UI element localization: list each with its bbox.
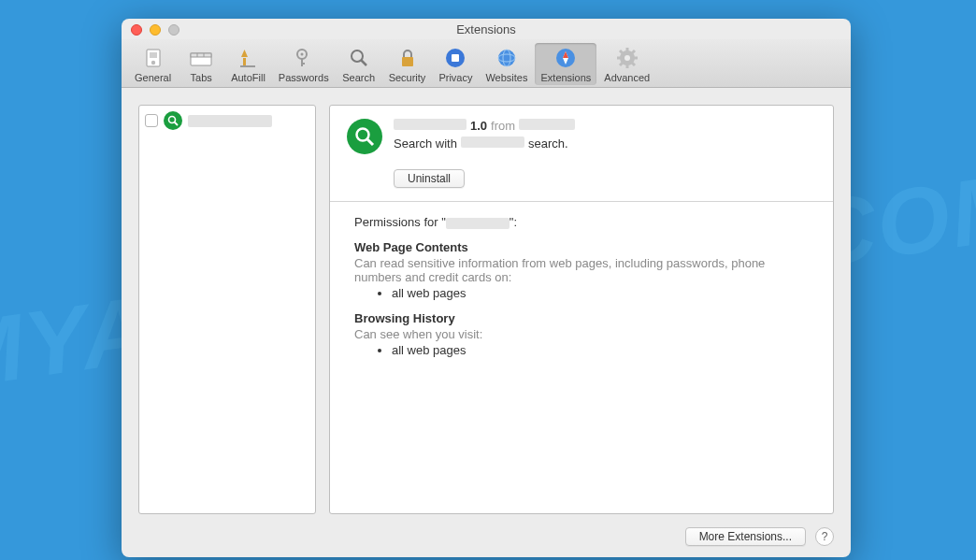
description-redacted — [461, 136, 524, 148]
svg-line-36 — [175, 122, 179, 126]
extension-title-row: 1.0 from — [394, 119, 816, 133]
perm-section-list: all web pages — [392, 286, 809, 300]
tabs-icon — [188, 45, 214, 71]
preferences-window: Extensions General Tabs AutoFill Passwor… — [122, 19, 851, 557]
svg-rect-13 — [301, 63, 305, 65]
extension-header: 1.0 from Search with search. Uninstall — [330, 106, 833, 201]
perm-item: all web pages — [392, 343, 809, 357]
extension-detail-panel: 1.0 from Search with search. Uninstall — [329, 105, 834, 514]
tab-autofill[interactable]: AutoFill — [225, 43, 271, 85]
footer: More Extensions... ? — [122, 520, 851, 557]
svg-rect-12 — [301, 58, 303, 66]
svg-rect-16 — [402, 57, 413, 66]
svg-point-37 — [357, 129, 369, 141]
perm-section-title: Web Page Contents — [354, 240, 809, 254]
extension-icon-large — [347, 119, 382, 154]
svg-point-2 — [151, 61, 154, 65]
tab-tabs[interactable]: Tabs — [179, 43, 223, 85]
content-area: 1.0 from Search with search. Uninstall — [122, 88, 851, 520]
autofill-icon — [235, 45, 261, 71]
tab-label: Advanced — [604, 72, 650, 83]
general-icon — [140, 45, 166, 71]
extension-name-redacted — [394, 119, 466, 130]
tab-label: Search — [342, 72, 375, 83]
compass-icon — [553, 45, 579, 71]
extension-list-item[interactable] — [145, 111, 309, 130]
perm-section-desc: Can read sensitive information from web … — [354, 256, 809, 284]
globe-icon — [494, 45, 520, 71]
svg-point-19 — [498, 50, 515, 66]
perm-item: all web pages — [392, 286, 809, 300]
help-button[interactable]: ? — [815, 527, 834, 546]
tab-label: Privacy — [438, 72, 472, 83]
svg-point-26 — [624, 55, 630, 61]
search-icon — [346, 45, 372, 71]
permissions-section: Permissions for "": Web Page Contents Ca… — [330, 202, 833, 370]
tab-passwords[interactable]: Passwords — [273, 43, 335, 85]
svg-rect-18 — [452, 54, 459, 62]
tab-advanced[interactable]: Advanced — [598, 43, 655, 85]
tab-label: Passwords — [279, 72, 329, 83]
svg-point-11 — [300, 53, 303, 56]
preferences-toolbar: General Tabs AutoFill Passwords Search — [122, 39, 851, 88]
svg-rect-4 — [191, 53, 211, 57]
svg-line-38 — [367, 139, 373, 145]
lock-icon — [395, 45, 421, 71]
svg-line-15 — [361, 60, 366, 65]
svg-line-33 — [620, 63, 623, 65]
tab-label: Security — [389, 72, 426, 83]
titlebar: Extensions — [122, 19, 851, 39]
extension-name-redacted — [188, 115, 272, 127]
perm-section-list: all web pages — [392, 343, 809, 357]
svg-marker-8 — [241, 50, 248, 57]
extension-enable-checkbox[interactable] — [145, 114, 158, 127]
tab-label: General — [135, 72, 171, 83]
tab-privacy[interactable]: Privacy — [433, 43, 478, 85]
tab-search[interactable]: Search — [337, 43, 381, 85]
svg-point-35 — [169, 117, 176, 123]
svg-rect-9 — [240, 65, 255, 67]
tab-label: Tabs — [191, 72, 212, 83]
key-icon — [291, 45, 317, 71]
uninstall-button[interactable]: Uninstall — [394, 169, 465, 188]
tab-label: Websites — [485, 72, 527, 83]
extension-icon — [164, 111, 182, 130]
from-label: from — [491, 119, 515, 133]
tab-label: Extensions — [540, 72, 591, 83]
perm-section-desc: Can see when you visit: — [354, 327, 809, 341]
privacy-icon — [442, 45, 468, 71]
tab-websites[interactable]: Websites — [480, 43, 533, 85]
svg-rect-1 — [150, 52, 157, 58]
permissions-heading: Permissions for "": — [354, 215, 809, 229]
extension-version: 1.0 — [470, 119, 487, 133]
window-title: Extensions — [122, 22, 851, 36]
svg-line-32 — [632, 63, 635, 65]
svg-line-34 — [632, 50, 635, 53]
tab-security[interactable]: Security — [383, 43, 432, 85]
tab-general[interactable]: General — [129, 43, 177, 85]
gear-icon — [614, 45, 640, 71]
svg-line-31 — [620, 50, 623, 53]
tab-label: AutoFill — [231, 72, 266, 83]
permissions-name-redacted — [446, 218, 510, 229]
extensions-list — [138, 105, 316, 514]
tab-extensions[interactable]: Extensions — [535, 43, 596, 85]
more-extensions-button[interactable]: More Extensions... — [685, 527, 806, 546]
perm-section-title: Browsing History — [354, 311, 809, 325]
extension-author-redacted — [519, 119, 575, 130]
svg-rect-7 — [243, 58, 246, 66]
extension-description: Search with search. — [394, 136, 816, 151]
